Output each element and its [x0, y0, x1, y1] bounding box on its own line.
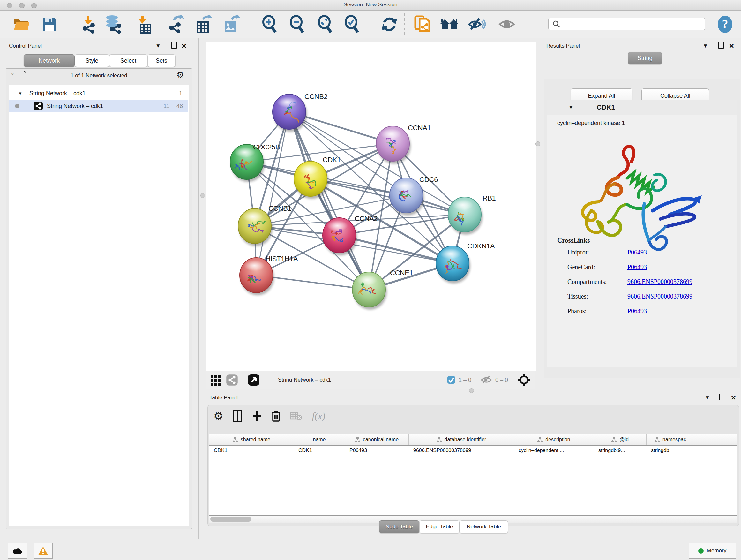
control-panel-maximize-button[interactable]: [171, 42, 177, 50]
right-splitter-handle[interactable]: [536, 141, 540, 146]
network-options-gear-icon[interactable]: ⚙: [177, 70, 184, 80]
copy-network-icon: [414, 15, 431, 34]
collapse-triangle-icon[interactable]: ▼: [18, 91, 22, 96]
column-header-namespac[interactable]: namespac: [647, 434, 694, 445]
control-panel-float-button[interactable]: ▼: [155, 43, 161, 49]
tab-string[interactable]: String: [628, 52, 662, 64]
left-splitter-handle[interactable]: [200, 193, 205, 198]
show-columns-icon[interactable]: [232, 410, 242, 422]
clone-network-button[interactable]: [412, 14, 433, 34]
table-panel-close-button[interactable]: ✕: [731, 394, 736, 401]
selected-counts: 1 – 0: [459, 377, 471, 383]
selected-checkbox-icon[interactable]: [447, 376, 455, 384]
import-network-from-database-button[interactable]: [104, 14, 124, 34]
results-panel-close-button[interactable]: ✕: [729, 42, 734, 50]
tab-style[interactable]: Style: [75, 54, 109, 67]
control-panel-close-button[interactable]: ✕: [181, 42, 187, 50]
import-table-button[interactable]: [133, 14, 154, 34]
network-view-share-icon[interactable]: [226, 374, 238, 386]
tab-edge-table[interactable]: Edge Table: [419, 520, 460, 533]
network-node-CDKN1A[interactable]: CDKN1A: [436, 242, 495, 284]
delete-column-trash-icon[interactable]: [272, 410, 280, 422]
warnings-button[interactable]: [33, 543, 53, 559]
column-header-shared-name[interactable]: shared name: [209, 434, 294, 445]
table-hscrollbar-thumb[interactable]: [210, 516, 251, 522]
column-type-icon: [537, 437, 543, 442]
node-table[interactable]: shared namenamecanonical namedatabase id…: [209, 434, 737, 516]
network-graph[interactable]: CCNB2CCNA1CDC25BCDK1CDC6RB1CCNB1CCNA2CDK…: [206, 42, 536, 371]
show-glass-button[interactable]: [496, 14, 517, 34]
network-edge[interactable]: [311, 179, 465, 214]
open-session-button[interactable]: [11, 14, 32, 34]
window-title: Session: New Session: [0, 2, 741, 8]
string-home-button[interactable]: [439, 14, 460, 34]
network-node-RB1[interactable]: RB1: [448, 194, 496, 235]
network-node-CCNE1[interactable]: CCNE1: [352, 269, 413, 310]
network-row[interactable]: String Network – cdk1 11 48: [9, 100, 188, 112]
grid-view-icon[interactable]: [210, 374, 221, 386]
crosslink-link[interactable]: P06493: [627, 307, 647, 315]
birds-eye-view-icon[interactable]: [247, 374, 260, 386]
import-network-button[interactable]: [78, 14, 99, 34]
protein-card-header[interactable]: ▼ CDK1: [547, 100, 737, 115]
protein-name: CDK1: [597, 104, 615, 111]
results-panel-maximize-button[interactable]: [718, 42, 724, 50]
export-network-icon: [167, 15, 185, 34]
table-header-row: shared namenamecanonical namedatabase id…: [209, 434, 737, 446]
search-input[interactable]: [560, 20, 695, 27]
column-type-icon: [436, 437, 442, 442]
memory-button[interactable]: Memory: [689, 543, 736, 559]
network-canvas[interactable]: CCNB2CCNA1CDC25BCDK1CDC6RB1CCNB1CCNA2CDK…: [206, 42, 536, 371]
hide-glass-button[interactable]: [467, 14, 487, 34]
network-node-CDC6[interactable]: CDC6: [390, 176, 438, 215]
tab-select[interactable]: Select: [109, 54, 147, 67]
table-panel-title: Table Panel: [209, 395, 238, 401]
network-node-CCNA1[interactable]: CCNA1: [376, 124, 431, 164]
export-network-button[interactable]: [166, 14, 186, 34]
column-header--id[interactable]: @id: [594, 434, 647, 445]
crosslink-link[interactable]: P06493: [627, 249, 647, 256]
zoom-out-button[interactable]: [286, 14, 307, 34]
tab-network-table[interactable]: Network Table: [460, 520, 508, 533]
tab-sets[interactable]: Sets: [147, 54, 176, 67]
network-edge[interactable]: [256, 112, 289, 275]
network-node-CDC25B[interactable]: CDC25B: [230, 143, 280, 182]
zoom-selected-icon: [343, 15, 360, 34]
create-column-plus-icon[interactable]: [252, 410, 262, 422]
export-table-button[interactable]: [193, 14, 214, 34]
save-session-button[interactable]: [39, 14, 59, 34]
tab-network[interactable]: Network: [23, 54, 75, 67]
cloud-status-button[interactable]: [8, 543, 27, 559]
zoom-selected-button[interactable]: [341, 14, 362, 34]
crosslink-link[interactable]: 9606.ENSP00000378699: [627, 278, 692, 286]
table-cell: stringdb:9...: [594, 446, 647, 456]
column-header-name[interactable]: name: [294, 434, 345, 445]
network-edge[interactable]: [289, 112, 369, 290]
crosslink-link[interactable]: 9606.ENSP00000378699: [627, 293, 692, 300]
horizontal-splitter-handle[interactable]: [469, 388, 474, 393]
column-header-description[interactable]: description: [514, 434, 594, 445]
network-node-HIST1H1A[interactable]: HIST1H1A: [240, 255, 298, 295]
tab-node-table[interactable]: Node Table: [379, 520, 419, 533]
toolbar-separator: [158, 13, 159, 35]
network-collection-row[interactable]: ▼ String Network – cdk1 1: [9, 87, 188, 100]
network-node-CCNB2[interactable]: CCNB2: [273, 92, 327, 132]
table-panel-float-button[interactable]: ▼: [704, 395, 710, 401]
crosshair-icon[interactable]: [517, 373, 531, 387]
export-image-button[interactable]: [221, 14, 241, 34]
column-header-database-identifier[interactable]: database identifier: [409, 434, 514, 445]
table-row[interactable]: CDK1CDK1P064939606.ENSP00000378699cyclin…: [209, 446, 737, 456]
apply-layout-button[interactable]: [379, 14, 400, 34]
memory-status-dot: [698, 548, 704, 554]
collapse-triangle-icon[interactable]: ▼: [569, 105, 573, 110]
help-button[interactable]: ?: [715, 14, 735, 34]
zoom-in-button[interactable]: [259, 14, 280, 34]
results-panel-float-button[interactable]: ▼: [703, 43, 708, 49]
crosslink-link[interactable]: P06493: [627, 263, 647, 271]
zoom-fit-button[interactable]: [315, 14, 335, 34]
table-settings-gear-icon[interactable]: ⚙: [213, 410, 223, 422]
search-bar[interactable]: [548, 17, 705, 30]
table-panel-maximize-button[interactable]: [719, 394, 725, 402]
node-label: CCNB1: [268, 204, 291, 212]
column-header-canonical-name[interactable]: canonical name: [345, 434, 409, 445]
